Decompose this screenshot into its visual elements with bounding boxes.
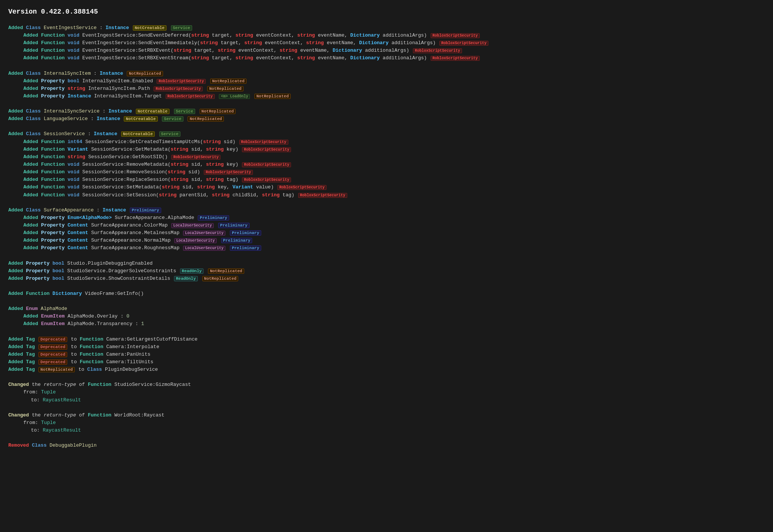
- line-class-sessionservice: Added Class SessionService : Instance No…: [8, 130, 765, 138]
- line-prop-target: Added Property Instance InternalSyncItem…: [8, 93, 765, 100]
- line-changed-from-tuple: from: Tuple: [8, 389, 765, 396]
- line-fn-replacesession: Added Function void SessionService:Repla…: [8, 176, 765, 184]
- line-fn-setsession: Added Function void SessionService:SetSe…: [8, 191, 765, 199]
- line-fn-setrbxeventstream: Added Function void EventIngestService:S…: [8, 54, 765, 62]
- line-changed-gizmoraycast: Changed the return-type of Function Stud…: [8, 381, 765, 389]
- line-class-surfaceappearance: Added Class SurfaceAppearance : Instance…: [8, 207, 765, 214]
- section-surfaceappearance: Added Class SurfaceAppearance : Instance…: [8, 207, 765, 252]
- line-enum-alphamode: Added Enum AlphaMode: [8, 305, 765, 313]
- line-changed-worldraycast: Changed the return-type of Function Worl…: [8, 412, 765, 419]
- line-fn-removemetadata: Added Function void SessionService:Remov…: [8, 161, 765, 168]
- line-prop-path: Added Property string InternalSyncItem.P…: [8, 85, 765, 93]
- line-prop-normalmap: Added Property Content SurfaceAppearance…: [8, 237, 765, 244]
- section-alphamode-enum: Added Enum AlphaMode Added EnumItem Alph…: [8, 305, 765, 328]
- line-tag-tiltunits: Added Tag Deprecated to Function Camera:…: [8, 358, 765, 366]
- line-fn-getinfo: Added Function Dictionary VideoFrame:Get…: [8, 290, 765, 298]
- line-fn-getmetadata: Added Function Variant SessionService:Ge…: [8, 146, 765, 153]
- line-tag-panunits: Added Tag Deprecated to Function Camera:…: [8, 351, 765, 358]
- line-class-internalsyncitem: Added Class InternalSyncItem : Instance …: [8, 70, 765, 77]
- section-internalsyncitem: Added Class InternalSyncItem : Instance …: [8, 70, 765, 100]
- version-heading: Version 0.422.0.388145: [8, 7, 765, 17]
- line-fn-sendeventdeferred: Added Function void EventIngestService:S…: [8, 32, 765, 39]
- line-enumitem-transparency: Added EnumItem AlphaMode.Transparency : …: [8, 320, 765, 328]
- line-prop-colormap: Added Property Content SurfaceAppearance…: [8, 222, 765, 229]
- line-removed-debuggableplugin: Removed Class DebuggablePlugin: [8, 442, 765, 449]
- section-sessionservice: Added Class SessionService : Instance No…: [8, 130, 765, 199]
- line-prop-plugindebugging: Added Property bool Studio.PluginDebuggi…: [8, 260, 765, 267]
- line-prop-metalnessmap: Added Property Content SurfaceAppearance…: [8, 229, 765, 237]
- section-eventingestservice: Added Class EventIngestService : Instanc…: [8, 24, 765, 62]
- line-fn-sendimmediately: Added Function void EventIngestService:S…: [8, 39, 765, 47]
- line-fn-getrootsid: Added Function string SessionService:Get…: [8, 153, 765, 161]
- line-prop-draggersolve: Added Property bool StudioService.Dragge…: [8, 267, 765, 275]
- line-prop-alphamode: Added Property Enum<AlphaMode> SurfaceAp…: [8, 214, 765, 222]
- line-enumitem-overlay: Added EnumItem AlphaMode.Overlay : 0: [8, 313, 765, 320]
- line-prop-showconstraint: Added Property bool StudioService.ShowCo…: [8, 275, 765, 282]
- line-changed-world-from: from: Tuple: [8, 419, 765, 427]
- line-tag-plugindebug: Added Tag NotReplicated to Class PluginD…: [8, 366, 765, 373]
- line-prop-enabled: Added Property bool InternalSyncItem.Ena…: [8, 77, 765, 85]
- section-changed-gizmoraycast: Changed the return-type of Function Stud…: [8, 381, 765, 404]
- line-class-languageservice: Added Class LanguageService : Instance N…: [8, 115, 765, 123]
- section-removed: Removed Class DebuggablePlugin: [8, 442, 765, 449]
- section-tags: Added Tag Deprecated to Function Camera:…: [8, 336, 765, 374]
- line-prop-roughnessmap: Added Property Content SurfaceAppearance…: [8, 244, 765, 252]
- line-changed-world-to: to: RaycastResult: [8, 427, 765, 434]
- line-class-eventingestservice: Added Class EventIngestService : Instanc…: [8, 24, 765, 32]
- line-fn-getcreatedtimestamp: Added Function int64 SessionService:GetC…: [8, 138, 765, 146]
- section-internalservices: Added Class InternalSyncService : Instan…: [8, 108, 765, 123]
- line-tag-interpolate: Added Tag Deprecated to Function Camera:…: [8, 343, 765, 351]
- line-tag-getlargest: Added Tag Deprecated to Function Camera:…: [8, 336, 765, 343]
- line-fn-setrbxevent: Added Function void EventIngestService:S…: [8, 47, 765, 54]
- line-class-internalsyncservice: Added Class InternalSyncService : Instan…: [8, 108, 765, 115]
- line-changed-to-raycastresult: to: RaycastResult: [8, 396, 765, 404]
- line-fn-removesession: Added Function void SessionService:Remov…: [8, 168, 765, 176]
- section-videoframe: Added Function Dictionary VideoFrame:Get…: [8, 290, 765, 298]
- section-studio-props: Added Property bool Studio.PluginDebuggi…: [8, 260, 765, 282]
- line-fn-setmetadata: Added Function void SessionService:SetMe…: [8, 184, 765, 191]
- section-changed-worldraycast: Changed the return-type of Function Worl…: [8, 412, 765, 434]
